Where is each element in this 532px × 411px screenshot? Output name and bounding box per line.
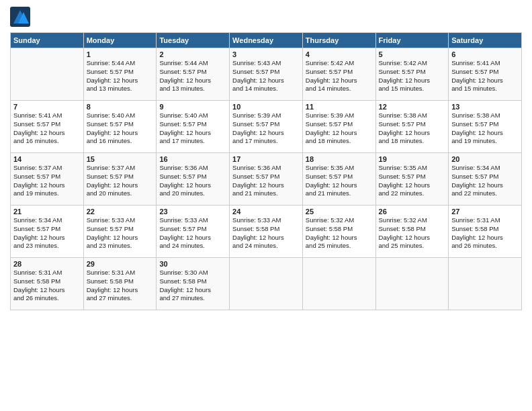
logo-text — [10, 7, 33, 27]
calendar-header-cell: Saturday — [449, 33, 522, 48]
day-number: 21 — [13, 208, 81, 216]
calendar-week-row: 14Sunrise: 5:37 AMSunset: 5:57 PMDayligh… — [11, 153, 522, 205]
calendar-cell: 7Sunrise: 5:41 AMSunset: 5:57 PMDaylight… — [11, 101, 84, 153]
cell-content: Sunrise: 5:41 AMSunset: 5:57 PMDaylight:… — [451, 59, 519, 93]
day-number: 29 — [87, 260, 154, 268]
day-number: 26 — [379, 208, 446, 216]
day-number: 5 — [379, 50, 446, 58]
calendar-cell: 26Sunrise: 5:32 AMSunset: 5:58 PMDayligh… — [375, 205, 449, 258]
cell-content: Sunrise: 5:37 AMSunset: 5:57 PMDaylight:… — [13, 164, 81, 198]
calendar-week-row: 7Sunrise: 5:41 AMSunset: 5:57 PMDaylight… — [11, 101, 522, 153]
day-number: 10 — [232, 103, 300, 111]
cell-content: Sunrise: 5:35 AMSunset: 5:57 PMDaylight:… — [306, 164, 373, 198]
calendar-table: SundayMondayTuesdayWednesdayThursdayFrid… — [10, 32, 522, 310]
day-number: 23 — [159, 208, 226, 216]
calendar-cell: 18Sunrise: 5:35 AMSunset: 5:57 PMDayligh… — [302, 153, 375, 205]
cell-content: Sunrise: 5:35 AMSunset: 5:57 PMDaylight:… — [379, 164, 446, 198]
day-number: 3 — [232, 50, 300, 58]
cell-content: Sunrise: 5:38 AMSunset: 5:57 PMDaylight:… — [379, 111, 446, 146]
day-number: 28 — [13, 260, 81, 268]
day-number: 22 — [87, 208, 154, 216]
cell-content: Sunrise: 5:37 AMSunset: 5:57 PMDaylight:… — [87, 164, 154, 198]
calendar-cell — [449, 258, 522, 310]
day-number: 27 — [451, 208, 519, 216]
calendar-cell: 25Sunrise: 5:32 AMSunset: 5:58 PMDayligh… — [302, 205, 375, 258]
cell-content: Sunrise: 5:40 AMSunset: 5:57 PMDaylight:… — [159, 111, 226, 146]
cell-content: Sunrise: 5:42 AMSunset: 5:57 PMDaylight:… — [379, 59, 446, 93]
day-number: 15 — [87, 155, 154, 163]
calendar-week-row: 21Sunrise: 5:34 AMSunset: 5:57 PMDayligh… — [11, 205, 522, 258]
calendar-cell: 27Sunrise: 5:31 AMSunset: 5:58 PMDayligh… — [449, 205, 522, 258]
calendar-cell: 24Sunrise: 5:33 AMSunset: 5:58 PMDayligh… — [230, 205, 303, 258]
cell-content: Sunrise: 5:31 AMSunset: 5:58 PMDaylight:… — [13, 269, 81, 303]
day-number: 16 — [159, 155, 226, 163]
calendar-body: 1Sunrise: 5:44 AMSunset: 5:57 PMDaylight… — [11, 48, 522, 310]
logo — [10, 7, 33, 27]
cell-content: Sunrise: 5:32 AMSunset: 5:58 PMDaylight:… — [379, 216, 446, 250]
day-number: 6 — [451, 50, 519, 58]
calendar-header-row: SundayMondayTuesdayWednesdayThursdayFrid… — [11, 33, 522, 48]
cell-content: Sunrise: 5:33 AMSunset: 5:58 PMDaylight:… — [232, 216, 300, 250]
calendar-header-cell: Thursday — [302, 33, 375, 48]
calendar-cell: 9Sunrise: 5:40 AMSunset: 5:57 PMDaylight… — [157, 101, 230, 153]
day-number: 8 — [87, 103, 154, 111]
cell-content: Sunrise: 5:34 AMSunset: 5:57 PMDaylight:… — [13, 216, 81, 250]
cell-content: Sunrise: 5:39 AMSunset: 5:57 PMDaylight:… — [306, 111, 373, 146]
calendar-week-row: 28Sunrise: 5:31 AMSunset: 5:58 PMDayligh… — [11, 258, 522, 310]
calendar-cell: 29Sunrise: 5:31 AMSunset: 5:58 PMDayligh… — [83, 258, 157, 310]
day-number: 13 — [451, 103, 519, 111]
calendar-cell: 10Sunrise: 5:39 AMSunset: 5:57 PMDayligh… — [230, 101, 303, 153]
cell-content: Sunrise: 5:44 AMSunset: 5:57 PMDaylight:… — [159, 59, 226, 93]
day-number: 12 — [379, 103, 446, 111]
cell-content: Sunrise: 5:34 AMSunset: 5:57 PMDaylight:… — [451, 164, 519, 198]
day-number: 25 — [306, 208, 373, 216]
calendar-cell: 8Sunrise: 5:40 AMSunset: 5:57 PMDaylight… — [83, 101, 157, 153]
page: SundayMondayTuesdayWednesdayThursdayFrid… — [0, 0, 532, 411]
calendar-cell: 17Sunrise: 5:36 AMSunset: 5:57 PMDayligh… — [230, 153, 303, 205]
day-number: 17 — [232, 155, 300, 163]
cell-content: Sunrise: 5:33 AMSunset: 5:57 PMDaylight:… — [87, 216, 154, 250]
calendar-cell: 23Sunrise: 5:33 AMSunset: 5:57 PMDayligh… — [157, 205, 230, 258]
cell-content: Sunrise: 5:30 AMSunset: 5:58 PMDaylight:… — [159, 269, 226, 303]
calendar-cell: 3Sunrise: 5:43 AMSunset: 5:57 PMDaylight… — [230, 48, 303, 101]
day-number: 1 — [87, 50, 154, 58]
calendar-cell: 11Sunrise: 5:39 AMSunset: 5:57 PMDayligh… — [302, 101, 375, 153]
cell-content: Sunrise: 5:39 AMSunset: 5:57 PMDaylight:… — [232, 111, 300, 146]
calendar-cell: 2Sunrise: 5:44 AMSunset: 5:57 PMDaylight… — [157, 48, 230, 101]
cell-content: Sunrise: 5:38 AMSunset: 5:57 PMDaylight:… — [451, 111, 519, 146]
day-number: 11 — [306, 103, 373, 111]
calendar-cell: 14Sunrise: 5:37 AMSunset: 5:57 PMDayligh… — [11, 153, 84, 205]
cell-content: Sunrise: 5:36 AMSunset: 5:57 PMDaylight:… — [232, 164, 300, 198]
calendar-cell — [375, 258, 449, 310]
calendar-cell: 6Sunrise: 5:41 AMSunset: 5:57 PMDaylight… — [449, 48, 522, 101]
day-number: 24 — [232, 208, 300, 216]
calendar-cell: 13Sunrise: 5:38 AMSunset: 5:57 PMDayligh… — [449, 101, 522, 153]
day-number: 19 — [379, 155, 446, 163]
calendar-cell: 20Sunrise: 5:34 AMSunset: 5:57 PMDayligh… — [449, 153, 522, 205]
cell-content: Sunrise: 5:41 AMSunset: 5:57 PMDaylight:… — [13, 111, 81, 146]
cell-content: Sunrise: 5:36 AMSunset: 5:57 PMDaylight:… — [159, 164, 226, 198]
calendar-week-row: 1Sunrise: 5:44 AMSunset: 5:57 PMDaylight… — [11, 48, 522, 101]
cell-content: Sunrise: 5:32 AMSunset: 5:58 PMDaylight:… — [306, 216, 373, 250]
calendar-cell: 30Sunrise: 5:30 AMSunset: 5:58 PMDayligh… — [157, 258, 230, 310]
header — [10, 7, 522, 27]
calendar-header-cell: Monday — [83, 33, 157, 48]
cell-content: Sunrise: 5:31 AMSunset: 5:58 PMDaylight:… — [87, 269, 154, 303]
calendar-cell: 5Sunrise: 5:42 AMSunset: 5:57 PMDaylight… — [375, 48, 449, 101]
day-number: 4 — [306, 50, 373, 58]
calendar-cell: 22Sunrise: 5:33 AMSunset: 5:57 PMDayligh… — [83, 205, 157, 258]
calendar-cell: 4Sunrise: 5:42 AMSunset: 5:57 PMDaylight… — [302, 48, 375, 101]
day-number: 30 — [159, 260, 226, 268]
calendar-cell — [230, 258, 303, 310]
day-number: 9 — [159, 103, 226, 111]
cell-content: Sunrise: 5:43 AMSunset: 5:57 PMDaylight:… — [232, 59, 300, 93]
cell-content: Sunrise: 5:33 AMSunset: 5:57 PMDaylight:… — [159, 216, 226, 250]
day-number: 7 — [13, 103, 81, 111]
cell-content: Sunrise: 5:44 AMSunset: 5:57 PMDaylight:… — [87, 59, 154, 93]
calendar-cell — [302, 258, 375, 310]
calendar-cell — [11, 48, 84, 101]
calendar-cell: 12Sunrise: 5:38 AMSunset: 5:57 PMDayligh… — [375, 101, 449, 153]
calendar-cell: 19Sunrise: 5:35 AMSunset: 5:57 PMDayligh… — [375, 153, 449, 205]
cell-content: Sunrise: 5:40 AMSunset: 5:57 PMDaylight:… — [87, 111, 154, 146]
logo-icon — [10, 7, 30, 27]
